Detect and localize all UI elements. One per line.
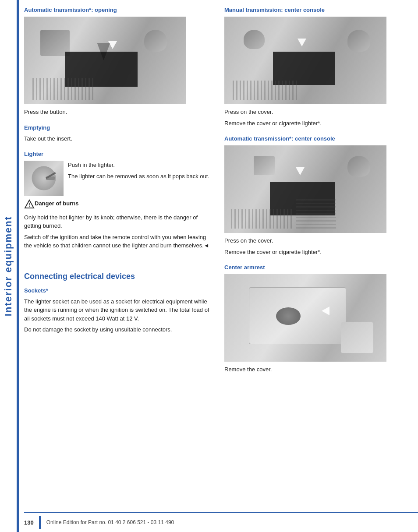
section-center-armrest: Center armrest Remove the cover. bbox=[224, 264, 411, 374]
manual-trans-body2: Remove the cover or cigarette lighter*. bbox=[224, 119, 411, 128]
lighter-body1: Push in the lighter. bbox=[68, 161, 209, 169]
gap1 bbox=[24, 119, 211, 124]
warning-body1: Only hold the hot lighter by its knob; o… bbox=[24, 213, 211, 230]
emptying-title: Emptying bbox=[24, 124, 211, 131]
emptying-body1: Take out the insert. bbox=[24, 134, 211, 143]
lighter-text: Push in the lighter. The lighter can be … bbox=[68, 161, 209, 183]
auto-trans-opening-title: Automatic transmission*: opening bbox=[24, 7, 211, 13]
footer-page-number: 130 bbox=[24, 519, 34, 526]
footer-text: Online Edition for Part no. 01 40 2 606 … bbox=[46, 519, 174, 525]
lighter-image bbox=[24, 161, 64, 196]
manual-trans-image bbox=[224, 17, 386, 104]
auto-trans-opening-body1: Press the button. bbox=[24, 108, 211, 116]
section-electrical: Connecting electrical devices Sockets* T… bbox=[24, 272, 211, 334]
armrest-arrow bbox=[322, 307, 329, 315]
auto-trans-arrow bbox=[108, 41, 117, 49]
auto-center-body2: Remove the cover or cigarette lighter*. bbox=[224, 248, 411, 257]
warning-icon: ! bbox=[24, 199, 35, 210]
manual-trans-title: Manual transmission: center console bbox=[224, 7, 411, 13]
section-auto-trans-opening: Automatic transmission*: opening Press t… bbox=[24, 7, 211, 116]
center-armrest-title: Center armrest bbox=[224, 264, 411, 271]
main-content: Automatic transmission*: opening Press t… bbox=[24, 7, 411, 510]
auto-center-body1: Press on the cover. bbox=[224, 236, 411, 245]
sidebar-bar bbox=[17, 0, 19, 532]
gap2 bbox=[24, 145, 211, 151]
section-emptying: Emptying Take out the insert. bbox=[24, 124, 211, 143]
sockets-body2: Do not damage the socket by using unsuit… bbox=[24, 325, 211, 334]
footer: 130 Online Edition for Part no. 01 40 2 … bbox=[24, 512, 418, 532]
gap5 bbox=[224, 259, 411, 264]
auto-trans-opening-img-bg bbox=[24, 17, 186, 104]
auto-trans-opening-image bbox=[24, 17, 186, 104]
auto-center-title: Automatic transmission*: center console bbox=[224, 135, 411, 142]
warning-content: Danger of burns bbox=[35, 199, 78, 211]
lighter-title: Lighter bbox=[24, 151, 211, 157]
lighter-content: Push in the lighter. The lighter can be … bbox=[24, 161, 211, 196]
center-armrest-body1: Remove the cover. bbox=[224, 365, 411, 374]
manual-dark-square bbox=[273, 52, 335, 85]
svg-text:!: ! bbox=[28, 202, 30, 208]
electrical-title: Connecting electrical devices bbox=[24, 272, 211, 281]
manual-trans-body1: Press on the cover. bbox=[224, 108, 411, 116]
manual-arrow bbox=[298, 39, 306, 46]
gap3 bbox=[24, 253, 211, 263]
section-lighter: Lighter Push in the lighter. The lighter… bbox=[24, 151, 211, 250]
left-column: Automatic transmission*: opening Press t… bbox=[24, 7, 220, 510]
gap4 bbox=[224, 130, 411, 135]
section-auto-center: Automatic transmission*: center console … bbox=[224, 135, 411, 256]
sockets-title: Sockets* bbox=[24, 287, 211, 294]
sidebar: Interior equipment bbox=[0, 0, 17, 532]
center-armrest-image bbox=[224, 274, 386, 362]
auto-center-arrow bbox=[296, 167, 305, 175]
auto-center-image bbox=[224, 145, 386, 233]
right-column: Manual transmission: center console Pres… bbox=[220, 7, 411, 510]
sidebar-label: Interior equipment bbox=[3, 216, 14, 316]
warning-box: ! Danger of burns bbox=[24, 199, 211, 211]
section-manual-trans: Manual transmission: center console Pres… bbox=[224, 7, 411, 127]
sockets-body1: The lighter socket can be used as a sock… bbox=[24, 297, 211, 323]
warning-title: Danger of burns bbox=[35, 199, 78, 208]
lighter-body2: The lighter can be removed as soon as it… bbox=[68, 172, 209, 181]
footer-bar bbox=[39, 516, 41, 529]
warning-body2: Switch off the ignition and take the rem… bbox=[24, 233, 211, 250]
